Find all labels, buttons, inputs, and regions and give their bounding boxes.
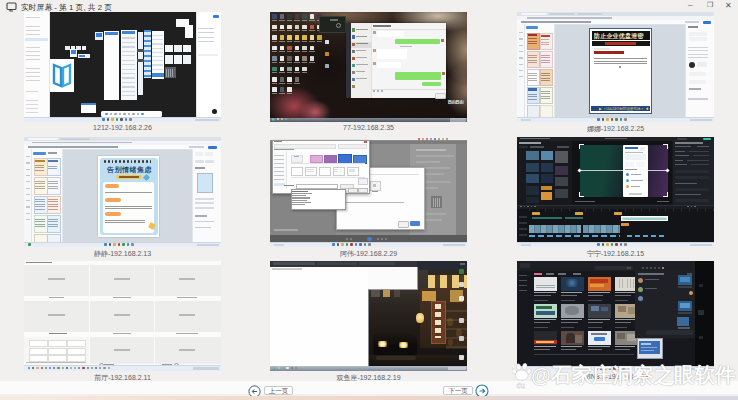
svg-text:du: du [516, 381, 525, 389]
